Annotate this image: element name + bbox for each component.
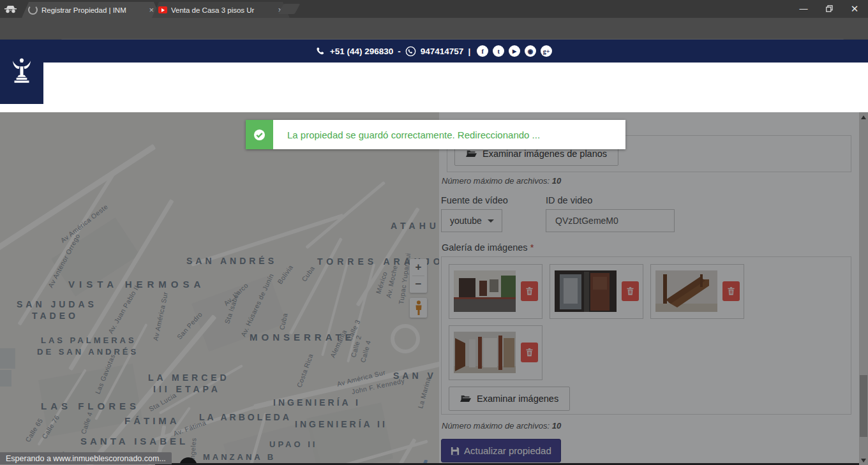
youtube-favicon [158,6,167,13]
scrollbar-thumb[interactable] [860,375,867,437]
youtube-icon[interactable]: ▶ [509,45,520,57]
separator: | [468,47,470,56]
title-bar: Registrar Propiedad | INM × Venta de Cas… [0,0,868,18]
page-scrollbar[interactable] [859,112,868,465]
scroll-down-icon[interactable] [859,455,868,465]
contact-topbar: +51 (44) 296830 - 947414757 | ft▶◉g+ [0,40,868,63]
restore-button[interactable] [816,0,842,17]
coronado-emblem-icon [10,57,33,87]
phone-separator: - [398,47,401,56]
close-button[interactable]: ✕ [842,0,867,17]
tab-title: Registrar Propiedad | INM [41,6,143,14]
instagram-icon[interactable]: ◉ [525,45,536,57]
browser-window: Registrar Propiedad | INM × Venta de Cas… [0,0,868,465]
social-icons: ft▶◉g+ [477,45,552,57]
tab-inactive[interactable]: Venta de Casa 3 pisos Ur × [152,2,290,18]
twitter-icon[interactable]: t [493,45,504,57]
whatsapp-number[interactable]: 947414757 [421,47,464,56]
facebook-icon[interactable]: f [477,45,488,57]
minimize-button[interactable]: — [791,0,816,17]
check-circle-icon [246,120,273,149]
whatsapp-icon [405,46,416,57]
address-toolbar: ← → ✕ Es seguro | https://www.inmueblesc… [0,18,868,40]
success-notification: La propiedad se guardó correctamente. Re… [246,120,625,149]
incognito-icon [4,4,17,16]
tab-title: Venta de Casa 3 pisos Ur [171,6,272,14]
site-logo[interactable] [0,40,43,104]
google-plus-icon[interactable]: g+ [541,45,552,57]
phone-number[interactable]: +51 (44) 296830 [330,47,393,56]
scroll-up-icon[interactable] [859,112,868,122]
page-loading-dim-overlay [0,112,859,465]
status-text: Esperando a www.inmueblescoronado.com... [6,454,166,463]
site-navbar: INICIOINMUEBLESAMOBLADOSDISEÑO DE INTERI… [0,63,868,112]
tab-active[interactable]: Registrar Propiedad | INM × [22,2,161,18]
phone-icon [316,47,326,56]
tab-loading-spinner-icon [28,5,38,15]
browser-status-bubble: Esperando a www.inmueblescoronado.com... [0,452,172,464]
notification-message: La propiedad se guardó correctamente. Re… [273,120,540,149]
